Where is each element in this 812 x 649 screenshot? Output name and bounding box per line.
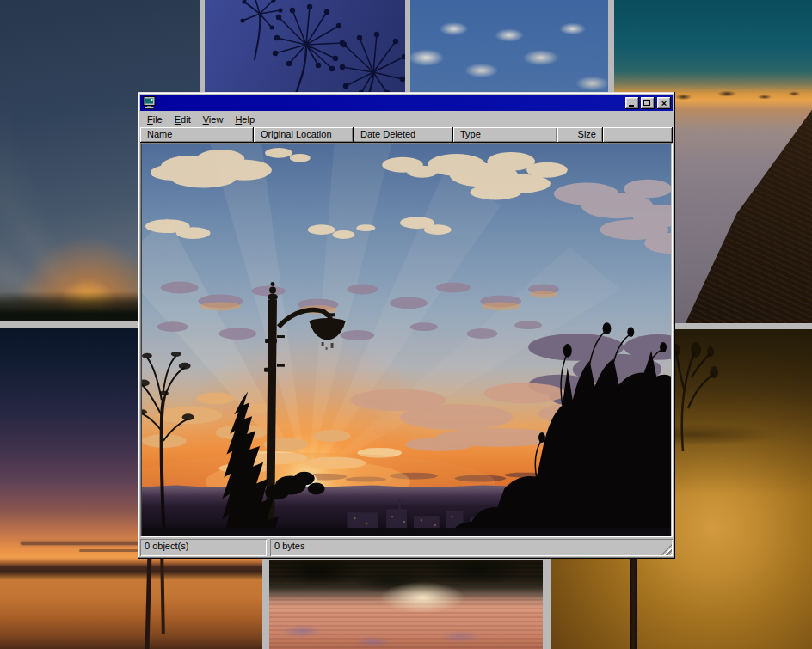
column-header-size[interactable]: Size [557,127,603,143]
column-header-name[interactable]: Name [140,127,254,143]
recycle-bin-window: × File Edit View Help Name Original Loca… [138,92,675,559]
list-column-headers: Name Original Location Date Deleted Type… [140,127,673,143]
status-objects: 0 object(s) [140,539,267,556]
menu-help[interactable]: Help [230,113,260,126]
sunset-photo-graphic [142,144,671,536]
tree-branch-silhouette [669,331,721,451]
water-pole [160,553,165,634]
column-header-filler[interactable] [603,127,673,143]
maximize-icon [643,100,650,106]
list-view-area[interactable] [140,143,673,537]
menu-file[interactable]: File [142,113,168,126]
close-icon: × [661,99,667,107]
wallpaper-tile-reflections [269,560,543,649]
menu-view[interactable]: View [198,113,229,126]
column-header-date-deleted[interactable]: Date Deleted [354,127,453,143]
desktop: × File Edit View Help Name Original Loca… [0,0,812,649]
column-header-original-location[interactable]: Original Location [254,127,354,143]
menu-edit[interactable]: Edit [169,113,196,126]
menu-bar: File Edit View Help [140,111,673,127]
water-pole [630,558,637,649]
close-button[interactable]: × [657,97,671,109]
foreground-dark-strip [142,528,671,536]
titlebar[interactable]: × [140,95,673,111]
minimize-icon [629,105,634,107]
status-bar: 0 object(s) 0 bytes [140,537,673,556]
minimize-button[interactable] [625,97,639,109]
water-pole [145,553,152,649]
status-bytes: 0 bytes [270,539,673,556]
column-header-type[interactable]: Type [453,127,557,143]
caption-buttons: × [624,97,671,109]
system-icon[interactable] [143,96,157,109]
maximize-button[interactable] [641,97,655,109]
sunset-photo [142,144,671,536]
